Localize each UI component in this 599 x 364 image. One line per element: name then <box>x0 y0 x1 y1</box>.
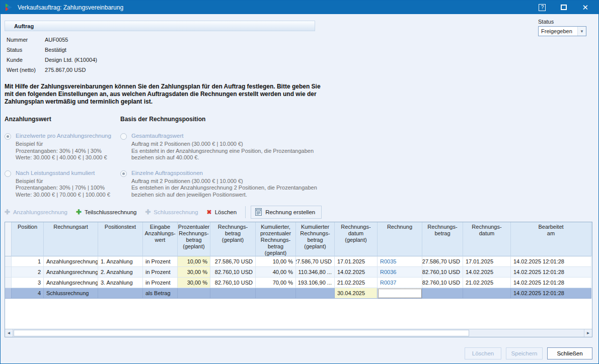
radio-selected-icon[interactable] <box>5 133 11 140</box>
cell-invoice-amount[interactable] <box>422 288 463 299</box>
cell-invoice-type[interactable]: Anzahlungsrechnung <box>44 278 98 288</box>
cell-position-text[interactable]: 2. Anzahlung <box>98 267 143 278</box>
table-row[interactable]: 3 Anzahlungsrechnung 3. Anzahlung in Pro… <box>5 278 592 288</box>
column-header[interactable]: Rechnungsart <box>44 222 98 256</box>
cell-amount-planned[interactable]: 82.760,10 USD <box>210 278 256 288</box>
column-header[interactable]: Rechnungs- betrag (geplant) <box>210 222 256 256</box>
advance-value-section: Anzahlungswert Einzelwerte pro Anzahlung… <box>5 116 118 207</box>
cell-cum-percent[interactable] <box>256 288 296 299</box>
cell-position[interactable]: 3 <box>12 278 44 288</box>
cell-cum-amount[interactable] <box>296 288 335 299</box>
cell-position-text[interactable]: 1. Anzahlung <box>98 256 143 267</box>
cell-invoice-type[interactable]: Schlussrechnung <box>44 288 98 299</box>
table-row[interactable]: 2 Anzahlungsrechnung 2. Anzahlung in Pro… <box>5 267 592 278</box>
column-header[interactable]: Rechnungs- datum <box>463 222 511 256</box>
cell-invoice-date[interactable] <box>463 288 511 299</box>
row-indicator[interactable] <box>5 256 12 267</box>
cell-cum-percent[interactable]: 10,00 % <box>256 256 296 267</box>
cell-amount-planned[interactable]: 82.760,10 USD <box>210 267 256 278</box>
column-header[interactable]: Kumulierter, prozentualer Rechnungs- bet… <box>256 222 296 256</box>
cell-invoice-type[interactable]: Anzahlungsrechnung <box>44 256 98 267</box>
maximize-icon[interactable] <box>561 5 567 10</box>
cell-percent-planned[interactable]: 30,00 % <box>178 267 210 278</box>
column-header[interactable]: Rechnungs- betrag <box>422 222 463 256</box>
cell-position[interactable]: 2 <box>12 267 44 278</box>
option-gesamtauftragswert[interactable]: Gesamtauftragswert Auftrag mit 2 Positio… <box>120 133 322 161</box>
cell-amount-planned[interactable]: 27.586,70 USD <box>210 256 256 267</box>
cell-invoice-link[interactable]: R0035 <box>378 256 422 267</box>
scroll-left-icon[interactable]: ◄ <box>5 329 13 337</box>
column-header[interactable]: Rechnung <box>378 222 422 256</box>
cell-percent-planned[interactable] <box>178 288 210 299</box>
cell-invoice-link[interactable]: R0036 <box>378 267 422 278</box>
column-header[interactable]: Eingabe Anzahlungs- wert <box>143 222 178 256</box>
cell-input-mode[interactable]: als Betrag <box>143 288 178 299</box>
cell-position[interactable]: 1 <box>12 256 44 267</box>
column-header[interactable]: Positionstext <box>98 222 143 256</box>
cell-edited-at[interactable]: 14.02.2025 12:01:28 <box>511 267 591 278</box>
cell-input-mode[interactable]: in Prozent <box>143 278 178 288</box>
cell-invoice-amount[interactable]: 82.760,10 USD <box>422 278 463 288</box>
cell-edited-at[interactable]: 14.02.2025 12:01:28 <box>511 256 591 267</box>
row-indicator[interactable] <box>5 267 12 278</box>
radio-unselected-icon[interactable] <box>120 133 127 140</box>
delete-row-button[interactable]: ✖ Löschen <box>207 209 237 216</box>
column-header[interactable]: Rechnungs- datum (geplant) <box>335 222 378 256</box>
radio-unselected-icon[interactable] <box>5 170 11 177</box>
cell-cum-percent[interactable]: 70,00 % <box>256 278 296 288</box>
cell-invoice-link[interactable]: R0037 <box>378 278 422 288</box>
cell-invoice-date[interactable]: 17.01.2025 <box>463 256 511 267</box>
chevron-down-icon[interactable]: ▼ <box>577 27 586 36</box>
cell-cum-amount[interactable]: 193.106,90 ... <box>296 278 335 288</box>
cell-date-planned[interactable]: 17.01.2025 <box>335 256 378 267</box>
cell-input-mode[interactable]: in Prozent <box>143 267 178 278</box>
row-indicator[interactable] <box>5 278 12 288</box>
cell-cum-amount[interactable]: 110.346,80 ... <box>296 267 335 278</box>
column-header[interactable]: Position <box>12 222 44 256</box>
table-row[interactable]: 1 Anzahlungsrechnung 1. Anzahlung in Pro… <box>5 256 592 267</box>
option-einzelne-positionen[interactable]: Einzelne Auftragspositionen Auftrag mit … <box>120 170 322 199</box>
cell-amount-planned[interactable] <box>210 288 256 299</box>
close-button[interactable]: Schließen <box>547 347 592 359</box>
cell-cum-percent[interactable]: 40,00 % <box>256 267 296 278</box>
cell-date-planned[interactable]: 14.02.2025 <box>335 267 378 278</box>
cell-invoice-type[interactable]: Anzahlungsrechnung <box>44 267 98 278</box>
scrollbar-thumb[interactable] <box>14 330 469 336</box>
cell-invoice-amount[interactable]: 27.586,70 USD <box>422 256 463 267</box>
cell-date-planned[interactable]: 30.04.2025 <box>335 288 378 299</box>
scroll-right-icon[interactable]: ► <box>584 329 592 337</box>
cell-position-text[interactable] <box>98 288 143 299</box>
row-indicator[interactable] <box>5 288 12 299</box>
column-header[interactable]: Kumulierter Rechnungs- betrag (geplant) <box>296 222 335 256</box>
cell-percent-planned[interactable]: 30,00 % <box>178 278 210 288</box>
cell-invoice-date[interactable]: 14.02.2025 <box>463 267 511 278</box>
create-invoice-button[interactable]: Rechnung erstellen <box>251 206 322 219</box>
cell-invoice-link-focused[interactable] <box>378 288 422 299</box>
cell-position-text[interactable]: 3. Anzahlung <box>98 278 143 288</box>
column-header[interactable]: Bearbeitet am <box>511 222 591 256</box>
cell-date-planned[interactable]: 21.02.2025 <box>335 278 378 288</box>
add-partial-final-invoice-button[interactable]: ✚ Teilschlussrechnung <box>76 209 136 215</box>
horizontal-scrollbar[interactable]: ◄ ► <box>5 329 592 337</box>
app-logo-icon <box>5 3 13 12</box>
close-icon[interactable]: ✕ <box>582 4 588 11</box>
help-icon[interactable]: ? <box>539 4 546 11</box>
cell-invoice-amount[interactable]: 82.760,10 USD <box>422 267 463 278</box>
add-down-payment-invoice-button[interactable]: ✚ Anzahlungsrechnung <box>5 209 67 215</box>
option-einzelwerte[interactable]: Einzelwerte pro Anzahlungsrechnung Beisp… <box>5 133 118 161</box>
status-combobox[interactable]: Freigegeben ▼ <box>538 26 586 36</box>
cell-position[interactable]: 4 <box>12 288 44 299</box>
add-final-invoice-button[interactable]: ✚ Schlussrechnung <box>145 209 198 215</box>
cell-edited-at[interactable]: 14.02.2025 12:01:28 <box>511 278 591 288</box>
delete-button[interactable]: Löschen <box>465 347 501 359</box>
cell-invoice-date[interactable]: 21.02.2025 <box>463 278 511 288</box>
table-row-selected[interactable]: 4 Schlussrechnung als Betrag 30.04.2025 … <box>5 288 592 299</box>
cell-input-mode[interactable]: in Prozent <box>143 256 178 267</box>
cell-edited-at[interactable]: 14.02.2025 12:01:28 <box>511 288 591 299</box>
cell-percent-planned[interactable]: 10,00 % <box>178 256 210 267</box>
radio-selected-icon[interactable] <box>120 170 127 177</box>
column-header[interactable]: Prozentualer Rechnungs- betrag (geplant) <box>178 222 210 256</box>
cell-cum-amount[interactable]: 27.586,70 USD <box>296 256 335 267</box>
option-nach-leistungsstand[interactable]: Nach Leistungsstand kumuliert Beispiel f… <box>5 170 118 199</box>
save-button[interactable]: Speichern <box>506 347 543 359</box>
